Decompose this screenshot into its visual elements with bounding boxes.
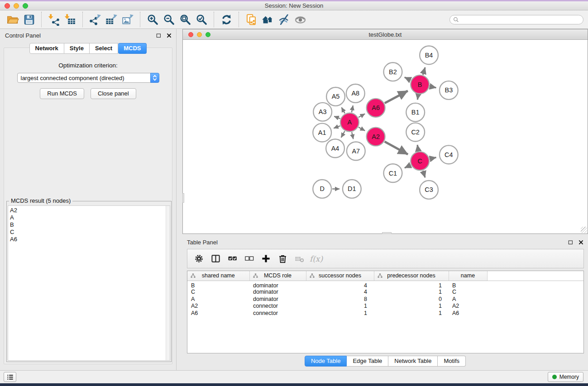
result-scrollbar[interactable] xyxy=(166,206,170,360)
home-button[interactable] xyxy=(259,11,276,28)
table-cell[interactable]: 1 xyxy=(306,303,374,310)
table-cell[interactable]: 8 xyxy=(306,295,374,303)
graph-edge-A-A1[interactable] xyxy=(334,126,340,128)
graph-edge-A-A5[interactable] xyxy=(342,107,345,113)
graph-node-C2[interactable]: C2 xyxy=(406,123,425,142)
tab-style[interactable]: Style xyxy=(64,43,90,54)
table-cell[interactable]: connector xyxy=(249,310,306,317)
import-network-button[interactable] xyxy=(46,11,62,28)
graph-node-A6[interactable]: A6 xyxy=(367,99,385,117)
network-zoom-button[interactable] xyxy=(206,32,210,37)
import-table-button[interactable] xyxy=(62,11,78,28)
graph-edge-B-B3[interactable] xyxy=(430,86,436,88)
graph-edge-C-C1[interactable] xyxy=(405,165,411,168)
graph-node-B4[interactable]: B4 xyxy=(420,46,438,64)
graph-edge-B-B4[interactable] xyxy=(423,67,425,75)
network-canvas[interactable]: B4B2BB3A8A5A6A3B1AC2A1A2A4A7C4CC1DD1C3 xyxy=(183,40,588,234)
table-cell[interactable]: A2 xyxy=(187,303,249,310)
criterion-dropdown[interactable]: largest connected component (directed) xyxy=(17,73,159,83)
zoom-out-button[interactable] xyxy=(161,11,177,28)
table-cell[interactable]: A2 xyxy=(449,303,487,310)
graph-edge-C-C2[interactable] xyxy=(417,145,418,151)
settings-gear-button[interactable] xyxy=(191,251,206,266)
table-row[interactable]: A6connector11A6 xyxy=(187,310,583,317)
table-cell[interactable]: 1 xyxy=(374,303,449,310)
graph-edge-A2-C[interactable] xyxy=(385,142,408,154)
table-row[interactable]: Adominator80A xyxy=(187,295,583,303)
graph-node-A[interactable]: A xyxy=(340,113,359,132)
graph-edge-A-A2[interactable] xyxy=(359,127,365,131)
graph-node-B1[interactable]: B1 xyxy=(406,103,425,122)
add-column-button[interactable] xyxy=(258,251,273,266)
graph-node-A1[interactable]: A1 xyxy=(313,124,331,142)
horizontal-splitter-handle[interactable] xyxy=(382,232,392,234)
table-cell[interactable]: 1 xyxy=(306,310,374,317)
table-cell[interactable]: A6 xyxy=(449,310,487,317)
mcds-result-item[interactable]: A6 xyxy=(8,236,170,243)
tab-edge-table[interactable]: Edge Table xyxy=(347,356,388,367)
graph-edge-A-A7[interactable] xyxy=(352,132,353,139)
float-panel-button[interactable] xyxy=(155,32,162,38)
tab-node-table[interactable]: Node Table xyxy=(305,356,347,367)
open-session-button[interactable] xyxy=(5,11,21,28)
column-header-name[interactable]: name xyxy=(449,271,487,281)
zoom-window-button[interactable] xyxy=(23,3,28,9)
table-cell[interactable]: 4 xyxy=(306,281,374,289)
deselect-all-button[interactable] xyxy=(242,251,257,266)
graph-node-C1[interactable]: C1 xyxy=(384,164,402,182)
graph-node-A2[interactable]: A2 xyxy=(367,128,385,146)
table-cell[interactable]: 1 xyxy=(374,281,449,289)
network-documents-button[interactable] xyxy=(243,11,259,28)
tab-motifs[interactable]: Motifs xyxy=(438,356,466,367)
minimize-window-button[interactable] xyxy=(14,3,19,9)
table-cell[interactable]: connector xyxy=(249,303,306,310)
resize-grip[interactable] xyxy=(581,227,587,233)
export-image-button[interactable] xyxy=(120,11,136,28)
network-graph[interactable]: B4B2BB3A8A5A6A3B1AC2A1A2A4A7C4CC1DD1C3 xyxy=(183,40,588,234)
graph-edge-C-C3[interactable] xyxy=(423,171,425,177)
table-cell[interactable]: dominator xyxy=(249,295,306,303)
table-cell[interactable]: A xyxy=(187,295,249,303)
table-cell[interactable]: dominator xyxy=(249,281,306,289)
refresh-button[interactable] xyxy=(218,11,234,28)
table-cell[interactable]: 0 xyxy=(374,295,449,303)
export-network-button[interactable] xyxy=(87,11,103,28)
graph-node-C[interactable]: C xyxy=(411,152,429,170)
graph-node-B3[interactable]: B3 xyxy=(440,81,458,100)
search-input[interactable] xyxy=(461,16,580,23)
select-all-button[interactable] xyxy=(225,251,240,266)
table-close-panel-button[interactable] xyxy=(578,239,584,245)
task-history-button[interactable] xyxy=(4,372,16,382)
table-cell[interactable]: dominator xyxy=(249,289,306,296)
graph-node-D1[interactable]: D1 xyxy=(343,180,361,198)
close-panel-button-mcds[interactable]: Close panel xyxy=(91,88,136,99)
graph-edge-A-A4[interactable] xyxy=(341,131,345,138)
run-mcds-button[interactable]: Run MCDS xyxy=(40,88,84,99)
tab-mcds[interactable]: MCDS xyxy=(118,43,147,54)
memory-button[interactable]: Memory xyxy=(548,372,583,382)
search-box[interactable] xyxy=(449,15,583,24)
graph-node-B2[interactable]: B2 xyxy=(384,62,402,81)
table-cell[interactable]: A xyxy=(449,295,487,303)
show-columns-button[interactable] xyxy=(208,251,223,266)
graph-edge-B-B2[interactable] xyxy=(405,77,411,80)
tab-network[interactable]: Network xyxy=(29,43,64,54)
table-cell[interactable]: B xyxy=(449,281,487,289)
graph-edge-C-C4[interactable] xyxy=(430,157,436,159)
mcds-result-item[interactable]: C xyxy=(8,229,170,236)
graph-edge-A6-B[interactable] xyxy=(385,91,408,103)
table-float-panel-button[interactable] xyxy=(567,239,574,245)
table-cell[interactable]: 1 xyxy=(374,310,449,317)
graph-edge-A-A8[interactable] xyxy=(352,105,353,112)
mcds-result-item[interactable]: B xyxy=(8,221,170,229)
graph-node-A8[interactable]: A8 xyxy=(346,84,365,103)
graph-node-A4[interactable]: A4 xyxy=(326,139,344,157)
hide-network-button[interactable] xyxy=(276,11,292,28)
table-cell[interactable]: B xyxy=(187,281,249,289)
vertical-splitter-handle[interactable] xyxy=(182,193,184,203)
graph-node-C4[interactable]: C4 xyxy=(440,145,458,164)
graph-edge-A-A6[interactable] xyxy=(359,114,365,117)
graph-node-B[interactable]: B xyxy=(411,75,429,94)
graph-node-A7[interactable]: A7 xyxy=(347,142,365,160)
close-panel-button[interactable] xyxy=(166,32,172,38)
